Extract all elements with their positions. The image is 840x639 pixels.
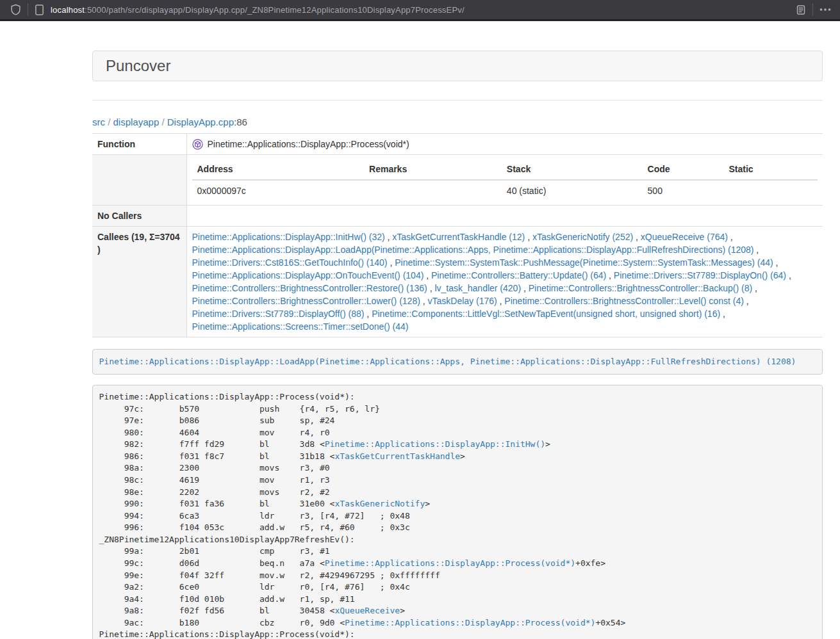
app-header-panel: Puncover bbox=[92, 51, 823, 81]
callee-separator: , bbox=[786, 270, 791, 280]
callee-link[interactable]: Pinetime::Controllers::BrightnessControl… bbox=[529, 283, 752, 293]
stats-col-header: Stack bbox=[502, 159, 643, 180]
callee-separator: , bbox=[521, 283, 529, 293]
callee-link[interactable]: xQueueReceive (764) bbox=[641, 232, 728, 242]
callee-link[interactable]: Pinetime::System::SystemTask::PushMessag… bbox=[395, 257, 773, 268]
callee-link[interactable]: Pinetime::Drivers::St7789::DisplayOn() (… bbox=[614, 270, 786, 280]
breadcrumb-link[interactable]: DisplayApp.cpp bbox=[167, 117, 234, 127]
stats-value-cell bbox=[724, 180, 818, 201]
callee-separator: , bbox=[385, 232, 393, 242]
stats-row: AddressRemarksStackCodeStatic 0x0000097c… bbox=[92, 155, 823, 206]
callee-link[interactable]: Pinetime::Controllers::BrightnessControl… bbox=[192, 296, 420, 306]
stats-table: AddressRemarksStackCodeStatic 0x0000097c… bbox=[192, 159, 818, 201]
callee-link[interactable]: Pinetime::Applications::DisplayApp::Load… bbox=[192, 245, 754, 255]
callee-separator: , bbox=[728, 232, 733, 242]
function-row: Function Pinetime::Applications::Display… bbox=[92, 134, 823, 155]
stats-col-header: Address bbox=[192, 159, 365, 180]
page-title: Puncover bbox=[106, 57, 170, 74]
divider bbox=[92, 100, 823, 101]
asm-symbol-link[interactable]: Pinetime::Applications::DisplayApp::Proc… bbox=[345, 618, 595, 627]
callee-link[interactable]: Pinetime::Controllers::BrightnessControl… bbox=[504, 296, 743, 306]
page-container: Puncover src / displayapp / DisplayApp.c… bbox=[92, 51, 823, 639]
callee-separator: , bbox=[525, 232, 532, 242]
callee-separator: , bbox=[744, 296, 749, 306]
menu-icon[interactable] bbox=[819, 8, 831, 12]
breadcrumb-separator: / bbox=[105, 117, 113, 127]
callee-link[interactable]: Pinetime::Drivers::St7789::DisplayOff() … bbox=[192, 309, 365, 319]
callee-link[interactable]: Pinetime::Controllers::BrightnessControl… bbox=[192, 283, 427, 293]
disassembly-block: Pinetime::Applications::DisplayApp::Proc… bbox=[92, 385, 823, 639]
function-row-label: Function bbox=[92, 134, 186, 155]
callee-link[interactable]: Pinetime::Applications::DisplayApp::Init… bbox=[192, 232, 385, 242]
url-bar[interactable]: localhost:5000/path/src/displayapp/Displ… bbox=[35, 4, 796, 15]
stats-row-spacer bbox=[92, 155, 186, 206]
url-text: localhost:5000/path/src/displayapp/Displ… bbox=[51, 5, 465, 15]
stats-col-header: Code bbox=[643, 159, 724, 180]
callee-separator: , bbox=[420, 296, 428, 306]
stats-header-row: AddressRemarksStackCodeStatic bbox=[192, 159, 818, 180]
breadcrumb-link[interactable]: src bbox=[92, 117, 105, 127]
callee-separator: , bbox=[427, 283, 435, 293]
url-path: :5000/path/src/displayapp/DisplayApp.cpp… bbox=[85, 5, 465, 15]
function-name: Pinetime::Applications::DisplayApp::Proc… bbox=[208, 138, 409, 150]
toolbar-divider bbox=[812, 3, 813, 16]
breadcrumb-separator: / bbox=[159, 117, 167, 127]
callee-link[interactable]: Pinetime::Applications::DisplayApp::OnTo… bbox=[192, 270, 424, 280]
callee-link[interactable]: lv_task_handler (420) bbox=[434, 283, 521, 293]
caller-link[interactable]: Pinetime::Applications::DisplayApp::Load… bbox=[99, 357, 796, 366]
callee-link[interactable]: Pinetime::Components::LittleVgl::SetNewT… bbox=[372, 309, 720, 319]
caller-box: Pinetime::Applications::DisplayApp::Load… bbox=[92, 349, 823, 375]
callee-separator: , bbox=[364, 309, 372, 319]
callee-link[interactable]: Pinetime::Controllers::Battery::Update()… bbox=[431, 270, 606, 280]
callee-separator: , bbox=[754, 245, 759, 255]
callee-link[interactable]: xTaskGenericNotify (252) bbox=[532, 232, 633, 242]
callee-separator: , bbox=[720, 309, 725, 319]
stats-value-cell: 40 (static) bbox=[502, 180, 643, 201]
stats-value-cell: 0x0000097c bbox=[192, 180, 365, 201]
asm-symbol-link[interactable]: xTaskGenericNotify bbox=[334, 499, 425, 508]
callee-separator: , bbox=[497, 296, 505, 306]
callee-separator: , bbox=[752, 283, 757, 293]
callee-separator: , bbox=[633, 232, 641, 242]
callees-list: Pinetime::Applications::DisplayApp::Init… bbox=[186, 227, 823, 337]
asm-symbol-link[interactable]: xQueueReceive bbox=[334, 606, 400, 615]
function-info-table: Function Pinetime::Applications::Display… bbox=[92, 133, 823, 337]
url-host: localhost bbox=[51, 5, 85, 15]
callers-list bbox=[186, 206, 823, 227]
stats-col-header: Static bbox=[724, 159, 818, 180]
asm-symbol-link[interactable]: Pinetime::Applications::DisplayApp::Init… bbox=[325, 439, 545, 449]
callee-link[interactable]: vTaskDelay (176) bbox=[428, 296, 497, 306]
stats-value-row: 0x0000097c40 (static)500 bbox=[192, 180, 818, 201]
stats-value-cell bbox=[364, 180, 502, 201]
callee-separator: , bbox=[388, 257, 395, 268]
callee-separator: , bbox=[773, 257, 778, 268]
callee-link[interactable]: Pinetime::Drivers::Cst816S::GetTouchInfo… bbox=[192, 257, 388, 268]
symbol-cube-icon bbox=[192, 139, 203, 150]
callees-row: Callees (19, Σ=3704 ) Pinetime::Applicat… bbox=[92, 227, 823, 337]
breadcrumb-link[interactable]: displayapp bbox=[113, 117, 160, 127]
breadcrumb: src / displayapp / DisplayApp.cpp:86 bbox=[92, 116, 823, 129]
stats-col-header: Remarks bbox=[364, 159, 502, 180]
callee-link[interactable]: Pinetime::Applications::Screens::Timer::… bbox=[192, 321, 409, 332]
browser-toolbar: localhost:5000/path/src/displayapp/Displ… bbox=[0, 0, 840, 21]
page-icon bbox=[35, 4, 44, 15]
shield-icon[interactable] bbox=[10, 4, 21, 15]
reader-mode-icon[interactable] bbox=[796, 4, 806, 15]
callers-row: No Callers bbox=[92, 206, 823, 227]
toolbar-divider bbox=[28, 3, 28, 16]
callees-label: Callees (19, Σ=3704 ) bbox=[92, 227, 186, 337]
breadcrumb-line-number: :86 bbox=[234, 117, 247, 127]
asm-symbol-link[interactable]: Pinetime::Applications::DisplayApp::Proc… bbox=[325, 558, 575, 568]
stats-value-cell: 500 bbox=[643, 180, 724, 201]
callee-separator: , bbox=[606, 270, 614, 280]
callee-separator: , bbox=[424, 270, 431, 280]
no-callers-label: No Callers bbox=[92, 206, 186, 227]
asm-symbol-link[interactable]: xTaskGetCurrentTaskHandle bbox=[334, 451, 460, 461]
callee-link[interactable]: xTaskGetCurrentTaskHandle (12) bbox=[392, 232, 525, 242]
